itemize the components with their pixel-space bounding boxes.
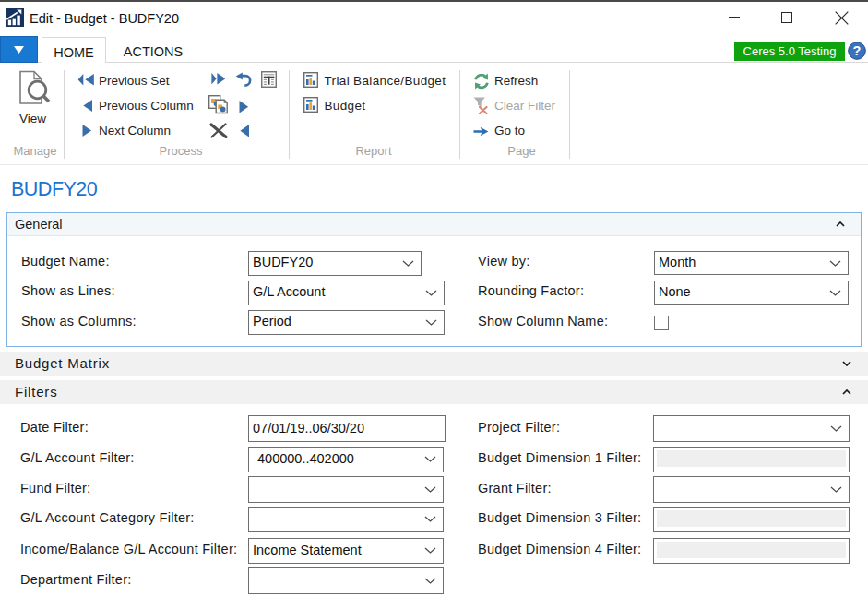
svg-text:?: ?	[853, 43, 862, 58]
